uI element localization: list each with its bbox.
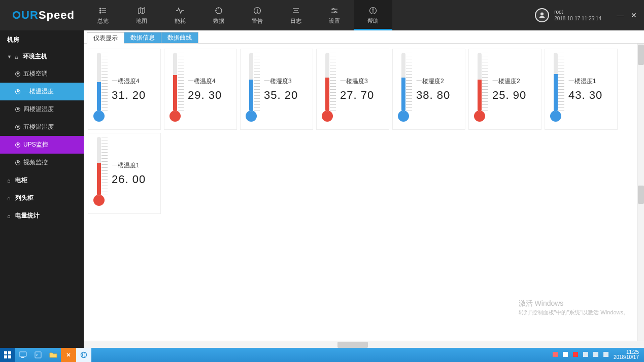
gauge-icon — [15, 89, 20, 94]
sidebar-item-5f-humidity[interactable]: 五楼温湿度 — [0, 118, 84, 136]
svg-rect-30 — [8, 355, 11, 358]
svg-point-22 — [334, 11, 336, 13]
taskbar-app-xampp[interactable] — [61, 348, 76, 362]
sidebar-item-video[interactable]: 视频监控 — [0, 154, 84, 171]
gauge-card[interactable]: 一楼湿度238. 80 — [392, 49, 465, 130]
tray-icon[interactable] — [583, 352, 589, 358]
terminal-icon — [35, 351, 42, 358]
tab-gauges[interactable]: 仪表显示 — [87, 32, 124, 44]
main-panel: 仪表显示 数据信息 数据曲线 一楼湿度431. 20一楼温度429. 30一楼湿… — [84, 30, 644, 348]
sidebar-group-env[interactable]: ▼ ⌂ 环境主机 — [0, 48, 84, 65]
gauge-value: 29. 30 — [188, 89, 222, 102]
nav-help[interactable]: 帮助 — [354, 0, 392, 30]
gauge-icon — [15, 125, 20, 130]
nav-map[interactable]: 地图 — [122, 0, 161, 30]
thermometer-icon — [470, 52, 489, 127]
home-icon: ⌂ — [15, 54, 20, 60]
scrollbar-thumb[interactable] — [638, 186, 644, 204]
globe-icon — [80, 351, 87, 358]
user-block[interactable]: root 2018-10-17 11:25:14 — [535, 8, 609, 22]
gauge-value: 43. 30 — [568, 89, 602, 102]
svg-rect-38 — [563, 352, 568, 357]
sidebar-link-label: 电量统计 — [15, 211, 40, 220]
gauge-card[interactable]: 一楼温度225. 90 — [468, 49, 541, 130]
tray-icon[interactable] — [563, 352, 569, 358]
svg-rect-28 — [8, 351, 11, 354]
nav-label: 数据 — [213, 17, 224, 25]
start-button[interactable] — [0, 348, 15, 362]
sidebar-item-label: 五楼温湿度 — [23, 123, 54, 131]
vertical-scrollbar[interactable] — [637, 44, 644, 341]
sidebar-item-label: 五楼空调 — [23, 69, 48, 78]
watermark-line2: 转到"控制面板"中的"系统"以激活 Windows。 — [519, 309, 629, 316]
tab-data-info[interactable]: 数据信息 — [124, 32, 161, 43]
gauge-text: 一楼温度126. 00 — [112, 161, 146, 186]
sidebar: 机房 ▼ ⌂ 环境主机 五楼空调 一楼温湿度 四楼温湿度 五楼温湿度 UPS监控… — [0, 30, 84, 348]
gauge-label: 一楼温度3 — [340, 77, 374, 86]
taskbar-app-3[interactable] — [46, 348, 61, 362]
user-timestamp: 2018-10-17 11:25:14 — [554, 15, 601, 22]
sidebar-item-1f-humidity[interactable]: 一楼温湿度 — [0, 83, 84, 100]
nav-energy[interactable]: 能耗 — [161, 0, 199, 30]
user-meta: root 2018-10-17 11:25:14 — [554, 9, 601, 22]
sidebar-item-4f-humidity[interactable]: 四楼温湿度 — [0, 100, 84, 118]
svg-rect-33 — [35, 352, 41, 358]
gauge-card[interactable]: 一楼湿度335. 20 — [240, 49, 313, 130]
gauge-card[interactable]: 一楼湿度431. 20 — [88, 49, 161, 130]
tab-bar: 仪表显示 数据信息 数据曲线 — [84, 30, 644, 44]
windows-watermark: 激活 Windows 转到"控制面板"中的"系统"以激活 Windows。 — [519, 299, 629, 316]
tab-label: 数据曲线 — [167, 33, 192, 42]
logo-part2: Speed — [39, 9, 75, 21]
nav-settings[interactable]: 设置 — [315, 0, 354, 30]
svg-point-3 — [100, 8, 101, 9]
gauge-card[interactable]: 一楼温度126. 00 — [88, 133, 161, 214]
watermark-line1: 激活 Windows — [519, 299, 629, 309]
gauge-icon — [15, 107, 20, 112]
svg-point-4 — [100, 10, 101, 11]
sidebar-item-ac5f[interactable]: 五楼空调 — [0, 65, 84, 83]
sidebar-item-label: 四楼温湿度 — [23, 105, 54, 114]
nav-alert[interactable]: 警告 — [238, 0, 277, 30]
sidebar-item-label: 一楼温湿度 — [23, 87, 54, 96]
nav-label: 能耗 — [175, 17, 186, 25]
thermometer-icon — [318, 52, 337, 127]
tray-icon[interactable] — [603, 352, 609, 358]
tab-data-chart[interactable]: 数据曲线 — [161, 32, 198, 43]
taskbar-app-1[interactable] — [15, 348, 30, 362]
scrollbar-thumb[interactable] — [337, 342, 368, 348]
xampp-icon — [65, 351, 72, 358]
sidebar-link-head-cabinet[interactable]: ⌂列头柜 — [0, 189, 84, 207]
nav-log[interactable]: 日志 — [277, 0, 315, 30]
top-nav: 总览 地图 能耗 数据 警告 日志 — [84, 0, 392, 30]
gauge-icon — [15, 160, 20, 165]
sidebar-link-cabinet[interactable]: ⌂电柜 — [0, 171, 84, 189]
gauge-card[interactable]: 一楼湿度143. 30 — [545, 49, 618, 130]
taskbar-app-2[interactable] — [30, 348, 46, 362]
folder-icon — [49, 352, 57, 358]
system-tray[interactable]: 11:25 2018/10/17 — [550, 350, 644, 360]
svg-rect-39 — [573, 352, 578, 357]
gauge-value: 25. 90 — [492, 89, 526, 102]
gauge-card[interactable]: 一楼温度429. 30 — [164, 49, 237, 130]
tray-icon[interactable] — [553, 352, 559, 358]
tray-icon[interactable] — [593, 352, 599, 358]
home-icon: ⌂ — [7, 213, 12, 219]
app-header: OURSpeed 总览 地图 能耗 数据 警告 — [0, 0, 644, 30]
app-logo: OURSpeed — [0, 9, 84, 22]
nav-overview[interactable]: 总览 — [84, 0, 122, 30]
close-button[interactable]: ✕ — [631, 11, 637, 19]
gauge-card[interactable]: 一楼温度327. 70 — [316, 49, 389, 130]
minimize-button[interactable]: — — [617, 11, 624, 19]
avatar — [535, 8, 549, 22]
taskbar-clock[interactable]: 11:25 2018/10/17 — [614, 350, 641, 360]
taskbar-app-browser[interactable] — [76, 348, 91, 362]
sidebar-item-ups[interactable]: UPS监控 — [0, 136, 84, 154]
scrollbar-thumb[interactable] — [638, 45, 644, 65]
gauge-icon — [15, 71, 20, 77]
nav-data[interactable]: 数据 — [199, 0, 238, 30]
horizontal-scrollbar[interactable] — [84, 341, 644, 348]
sidebar-link-power-stats[interactable]: ⌂电量统计 — [0, 207, 84, 225]
alert-icon — [253, 6, 262, 15]
gauge-text: 一楼温度225. 90 — [492, 77, 526, 102]
tray-icon[interactable] — [573, 352, 579, 358]
